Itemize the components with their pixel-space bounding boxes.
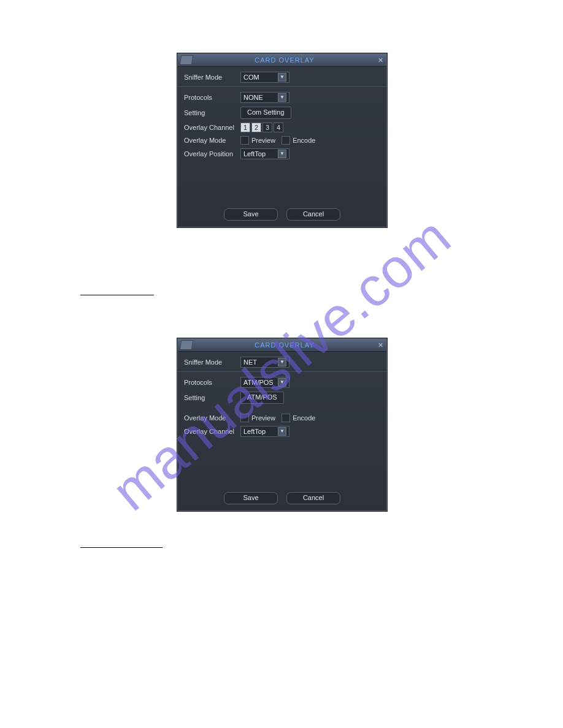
encode-label: Encode (293, 137, 315, 144)
setting-label: Setting (184, 394, 240, 401)
figure-caption-2 (80, 547, 163, 548)
chevron-down-icon: ▼ (278, 150, 286, 158)
channel-1[interactable]: 1 (240, 123, 250, 132)
figure-caption-1 (80, 295, 154, 295)
protocols-dropdown[interactable]: ATM/POS ▼ (240, 377, 289, 388)
titlebar: CARD OVERLAY ✕ (178, 54, 386, 67)
chevron-down-icon: ▼ (278, 427, 286, 436)
sniffer-mode-value: NET (243, 358, 275, 366)
atm-pos-button[interactable]: ATM/POS (240, 392, 284, 404)
overlay-position-dropdown[interactable]: LeftTop ▼ (240, 148, 289, 159)
com-setting-button[interactable]: Com Setting (240, 107, 291, 119)
close-icon[interactable]: ✕ (374, 339, 386, 351)
window-icon (180, 55, 194, 65)
dialog-body: Sniffer Mode COM ▼ Protocols NONE ▼ Sett… (178, 67, 386, 227)
close-icon[interactable]: ✕ (374, 55, 386, 66)
protocols-label: Protocols (184, 379, 240, 386)
overlay-mode-label: Overlay Mode (184, 414, 240, 422)
window-title: CARD OVERLAY (195, 341, 374, 349)
sniffer-mode-value: COM (243, 74, 275, 81)
preview-label: Preview (251, 414, 275, 422)
encode-checkbox[interactable] (282, 136, 290, 145)
overlay-channel-dropdown[interactable]: LeftTop ▼ (240, 426, 289, 437)
encode-label: Encode (293, 414, 315, 422)
preview-checkbox[interactable] (240, 414, 249, 422)
save-button[interactable]: Save (224, 208, 278, 221)
overlay-position-label: Overlay Position (184, 150, 240, 157)
overlay-channel-value: LeftTop (243, 428, 275, 435)
preview-checkbox[interactable] (240, 136, 249, 145)
setting-label: Setting (184, 109, 240, 116)
preview-label: Preview (251, 137, 275, 144)
channel-4[interactable]: 4 (274, 123, 283, 132)
save-button[interactable]: Save (224, 492, 278, 504)
sniffer-mode-label: Sniffer Mode (184, 74, 240, 81)
overlay-mode-label: Overlay Mode (184, 137, 240, 144)
sniffer-mode-label: Sniffer Mode (184, 358, 240, 366)
overlay-channel-group: 1 2 3 4 (240, 123, 283, 132)
separator (178, 86, 386, 87)
dialog-body: Sniffer Mode NET ▼ Protocols ATM/POS ▼ S… (178, 352, 386, 510)
channel-2[interactable]: 2 (251, 123, 261, 132)
protocols-label: Protocols (184, 94, 240, 101)
overlay-channel-label: Overlay Channel (184, 428, 240, 435)
overlay-channel-label: Overlay Channel (184, 124, 240, 131)
titlebar: CARD OVERLAY ✕ (178, 339, 386, 352)
channel-3[interactable]: 3 (262, 123, 272, 132)
protocols-value: NONE (243, 94, 275, 101)
sniffer-mode-dropdown[interactable]: NET ▼ (240, 357, 289, 368)
chevron-down-icon: ▼ (278, 358, 286, 366)
protocols-value: ATM/POS (243, 379, 275, 386)
chevron-down-icon: ▼ (278, 378, 286, 387)
separator (178, 371, 386, 372)
cancel-button[interactable]: Cancel (286, 208, 340, 221)
dialog-footer: Save Cancel (184, 206, 380, 221)
chevron-down-icon: ▼ (278, 73, 286, 82)
window-title: CARD OVERLAY (195, 56, 374, 64)
card-overlay-dialog-com: CARD OVERLAY ✕ Sniffer Mode COM ▼ Protoc… (177, 53, 387, 227)
sniffer-mode-dropdown[interactable]: COM ▼ (240, 72, 289, 83)
chevron-down-icon: ▼ (278, 93, 286, 102)
overlay-position-value: LeftTop (243, 150, 275, 157)
dialog-footer: Save Cancel (184, 490, 380, 504)
window-icon (180, 340, 194, 350)
card-overlay-dialog-net: CARD OVERLAY ✕ Sniffer Mode NET ▼ Protoc… (177, 338, 387, 511)
protocols-dropdown[interactable]: NONE ▼ (240, 92, 289, 103)
encode-checkbox[interactable] (282, 414, 290, 422)
cancel-button[interactable]: Cancel (286, 492, 340, 504)
